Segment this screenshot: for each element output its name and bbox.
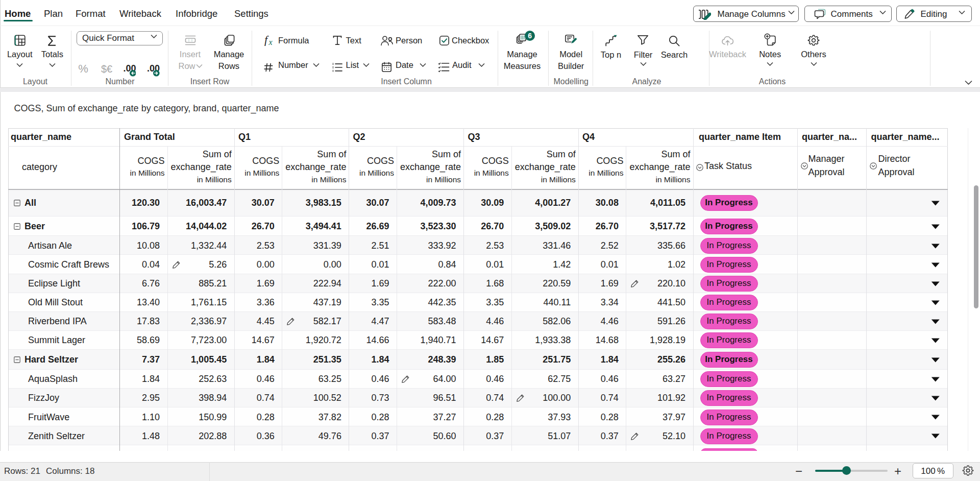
svg-text:x: x: [268, 38, 273, 46]
